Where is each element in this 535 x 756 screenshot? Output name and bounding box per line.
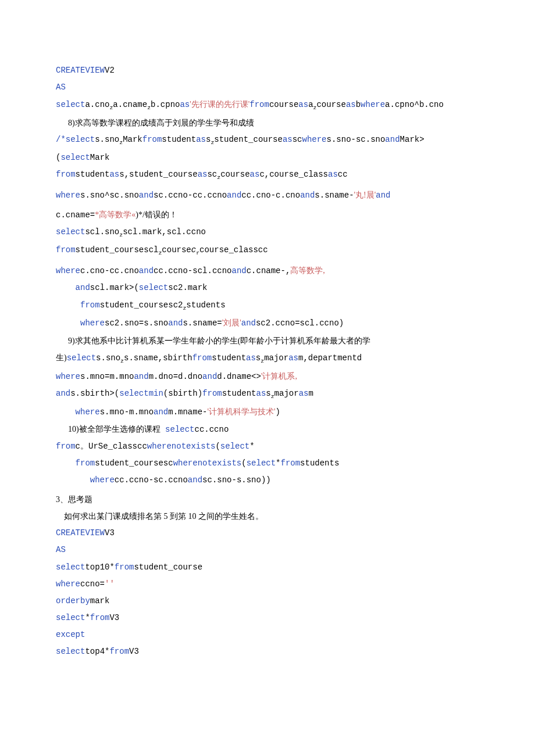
- prompt-line: 8)求高等数学课程的成绩高于刘晨的学生学号和成绩: [56, 116, 479, 130]
- text: V3: [105, 528, 115, 538]
- keyword: where: [361, 100, 385, 109]
- string: '刘晨': [222, 318, 241, 327]
- keyword: and: [168, 318, 183, 328]
- text: m.dno=d.dno: [149, 372, 202, 381]
- text: student: [222, 389, 256, 398]
- keyword: select: [60, 153, 90, 162]
- keyword: where: [56, 579, 80, 589]
- text: scl.sno: [85, 227, 119, 237]
- code-line: AS: [56, 543, 479, 557]
- text: s.sno: [95, 135, 119, 144]
- keyword: AS: [56, 83, 66, 92]
- keyword: from: [202, 389, 222, 398]
- keyword: from: [249, 100, 269, 109]
- code-line: (selectMark: [56, 151, 479, 164]
- code-line: 生)selects.snozs.sname,sbirthfromstudenta…: [56, 351, 479, 366]
- keyword: as: [109, 170, 119, 179]
- keyword: /*select: [56, 135, 95, 144]
- text: course: [162, 245, 191, 255]
- text: c.cno-cc.cno: [80, 266, 139, 275]
- keyword: select: [67, 353, 96, 363]
- code-line: fromstudent_coursescwherenotexists(selec…: [56, 457, 479, 470]
- keyword: as: [328, 170, 338, 179]
- code-line: fromc。UrSe_classccwherenotexists(select*: [56, 440, 479, 453]
- text: m,departmentd: [298, 353, 362, 363]
- text: 生): [56, 353, 67, 362]
- keyword: select: [220, 442, 249, 451]
- text: d.dname<>: [217, 372, 261, 381]
- keyword: from: [281, 458, 301, 468]
- code-line: CREATEVIEWV2: [56, 64, 479, 77]
- text: student_course: [214, 135, 283, 144]
- code-line: wheresc2.sno=s.snoands.sname='刘晨'andsc2.…: [56, 316, 479, 330]
- text: major: [264, 353, 288, 363]
- code-line: c.cname=*高等数学«)*/错误的！: [56, 208, 479, 222]
- keyword: as: [298, 100, 308, 109]
- text: cc.cno-c.cno: [241, 191, 300, 200]
- keyword: as: [246, 353, 256, 363]
- text: cc: [338, 170, 348, 179]
- keyword: and: [134, 372, 148, 381]
- text: major: [274, 389, 299, 398]
- text: a.cno: [85, 100, 109, 109]
- keyword: select: [56, 613, 85, 622]
- keyword: from: [80, 300, 100, 310]
- text: sc: [293, 135, 302, 144]
- string: '先行课的先行课': [190, 100, 249, 109]
- text: 10)被全部学生选修的课程: [56, 425, 160, 433]
- code-line: CREATEVIEWV3: [56, 526, 479, 540]
- text: cc.ccno: [195, 425, 229, 434]
- prompt-line: 如何求出某门课成绩排名第 5 到第 10 之间的学生姓名。: [56, 510, 479, 523]
- keyword: where: [56, 266, 80, 275]
- code-line: AS: [56, 81, 479, 94]
- keyword: and: [202, 372, 217, 381]
- text: (sbirth): [163, 389, 202, 398]
- code-line: wheres.mno-m.mnoandm.mname-'计算机科学与技术'): [56, 405, 479, 419]
- keyword: wherenotexists: [147, 442, 216, 451]
- keyword: except: [56, 630, 85, 639]
- code-line: except: [56, 628, 479, 642]
- text: course: [269, 100, 298, 109]
- text: sc.ccno-cc.ccno: [154, 191, 227, 200]
- keyword: and: [376, 191, 390, 200]
- keyword: and: [139, 191, 154, 200]
- code-line: /*selects.snozMarkfromstudentasszstudent…: [56, 133, 479, 148]
- text: top4*: [85, 647, 109, 656]
- string: '': [105, 579, 115, 589]
- string: *高等数学«: [95, 210, 135, 219]
- code-line: fromstudent_coursesclzcoursecrcourse_cla…: [56, 243, 479, 258]
- code-line: selectscl.snozscl.mark,scl.ccno: [56, 225, 479, 240]
- text: sc2.ccno=scl.ccno): [256, 318, 344, 328]
- keyword: AS: [56, 545, 66, 554]
- text: ccno=: [80, 579, 105, 589]
- code-line: whereccno='': [56, 578, 479, 591]
- string: '计算机系,: [261, 372, 297, 381]
- text: sc2.mark: [168, 283, 207, 292]
- code-line: wheres.mno=m.mnoandm.dno=d.dnoandd.dname…: [56, 370, 479, 384]
- text: V2: [105, 66, 115, 75]
- keyword: select: [165, 425, 194, 434]
- code-line: wherec.cno-cc.cnoandcc.ccno-scl.ccnoandc…: [56, 264, 479, 278]
- keyword: wherenotexists: [173, 458, 242, 468]
- code-line: select*fromV3: [56, 611, 479, 625]
- code-line: selecttop10*fromstudent_course: [56, 561, 479, 574]
- text: s.sno^sc.sno: [80, 191, 139, 200]
- text: sc.sno-s.sno)): [202, 475, 271, 485]
- text: c: [191, 245, 196, 255]
- keyword: and: [241, 318, 256, 328]
- keyword: where: [90, 475, 115, 485]
- code-line: orderbymark: [56, 594, 479, 608]
- keyword: CREATEVIEW: [56, 528, 105, 538]
- keyword: from: [56, 170, 76, 179]
- code-line: selecttop4*fromV3: [56, 645, 479, 658]
- text: s.sname,sbirth: [124, 353, 192, 363]
- text: top10*: [85, 562, 114, 572]
- keyword: and: [56, 389, 70, 398]
- text: sc: [207, 170, 217, 179]
- keyword: from: [109, 647, 129, 656]
- code-line: ands.sbirth>(selectmin(sbirth)fromstuden…: [56, 387, 479, 402]
- keyword: select: [139, 283, 168, 292]
- text: Mark: [90, 153, 110, 162]
- text: (: [241, 458, 246, 468]
- code-line: wherecc.ccno-sc.ccnoandsc.sno-s.sno)): [56, 474, 479, 487]
